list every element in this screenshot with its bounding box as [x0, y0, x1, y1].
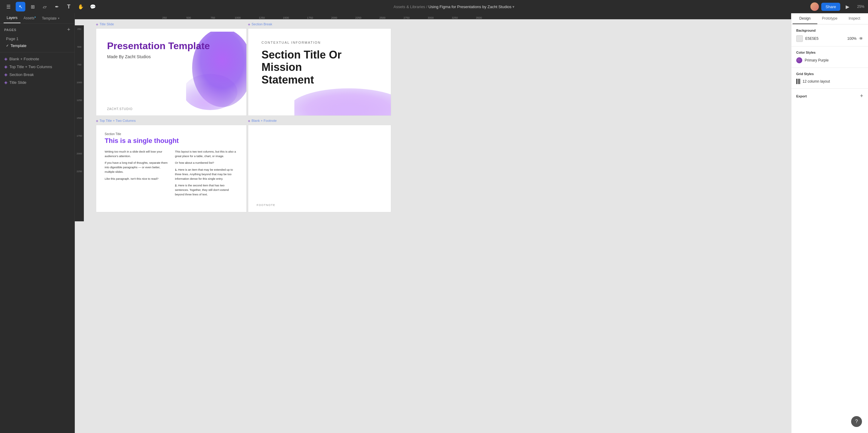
- grid-style-name: 12 column layout: [803, 79, 830, 84]
- tc-col1-p3: Like this paragraph. Isn't this nice to …: [105, 177, 168, 181]
- diamond-icon: ◈: [248, 23, 250, 26]
- frame-two-cols[interactable]: Section Title This is a single thought W…: [96, 125, 247, 212]
- shape-tool[interactable]: ▱: [40, 2, 50, 11]
- frame-label-title-slide: ◈ Title Slide: [96, 22, 114, 26]
- canvas-area[interactable]: 250 500 750 1000 1250 1500 1750 2000 225…: [75, 13, 791, 433]
- layer-blank-footnote[interactable]: ◈ Blank + Footnote: [0, 55, 74, 63]
- grid-styles-title: Grid Styles: [796, 72, 863, 76]
- menu-button[interactable]: ☰: [4, 2, 13, 11]
- layer-label: Top Title + Two Columns: [9, 64, 52, 69]
- tc-col2-item1: 1. Here is an item that may be extended …: [175, 168, 238, 181]
- frame-wrapper-title-slide: ◈ Title Slide Presentation Template Made…: [96, 28, 247, 116]
- toolbar-dropdown-icon[interactable]: ▾: [513, 4, 515, 9]
- frame-tool[interactable]: ⊞: [28, 2, 37, 11]
- title-slide-subtitle: Made By Zacht Studios: [107, 54, 236, 59]
- chevron-down-icon: ▾: [58, 17, 59, 20]
- frame-label-blank: ◈ Blank + Footnote: [248, 119, 277, 122]
- color-styles-section: Color Styles Primary Purple: [792, 47, 868, 68]
- main-layout: Layers Assets● Template ▾ Pages + Page 1…: [0, 13, 868, 433]
- tc-title: This is a single thought: [105, 137, 238, 145]
- frame-title-slide[interactable]: Presentation Template Made By Zacht Stud…: [96, 28, 247, 116]
- diamond-icon: ◈: [248, 119, 250, 122]
- tc-col1-p1: Writing too much in a slide deck will lo…: [105, 150, 168, 158]
- background-section: Background E5E5E5 100% 👁: [792, 24, 868, 47]
- layers-section: ◈ Blank + Footnote ◈ Top Title + Two Col…: [0, 52, 74, 89]
- tab-template[interactable]: Template ▾: [39, 13, 62, 23]
- layer-title-slide[interactable]: ◈ Title Slide: [0, 79, 74, 86]
- layer-top-title-two-cols[interactable]: ◈ Top Title + Two Columns: [0, 63, 74, 70]
- tc-item1-text: Here is an item that may be extended up …: [175, 168, 233, 180]
- page-item-template[interactable]: ✓ Template: [4, 42, 70, 49]
- tc-columns: Writing too much in a slide deck will lo…: [105, 150, 238, 199]
- tab-design[interactable]: Design: [793, 13, 817, 24]
- tc-item2-num: 2.: [175, 184, 177, 187]
- section-break-title: Section Title Or Mission Statement: [261, 49, 378, 86]
- layer-label: Title Slide: [9, 80, 27, 85]
- add-page-button[interactable]: +: [67, 27, 70, 33]
- tab-prototype[interactable]: Prototype: [817, 13, 842, 24]
- toolbar-path: Assets & Libraries: [394, 4, 425, 9]
- ruler-horizontal: 250 500 750 1000 1250 1500 1750 2000 225…: [75, 13, 791, 19]
- grid-style-icon: [796, 79, 800, 84]
- title-slide-main-title: Presentation Template: [107, 41, 236, 51]
- layer-section-break[interactable]: ◈ Section Break: [0, 70, 74, 79]
- title-slide-footer: ZACHT.STUDIO: [107, 107, 133, 111]
- pages-section: Pages + Page 1 ✓ Template: [0, 24, 74, 52]
- tc-col2-p2: Or how about a numbered list?: [175, 161, 238, 165]
- toolbar: ☰ ↖ ⊞ ▱ ✒ T ✋ 💬 Assets & Libraries / Usi…: [0, 0, 868, 13]
- present-button[interactable]: ▶: [843, 2, 852, 11]
- section-break-contextual: CONTEXTUAL INFORMATION: [261, 41, 378, 44]
- layer-label: Section Break: [9, 72, 34, 77]
- tab-assets[interactable]: Assets●: [21, 13, 39, 23]
- sidebar-tabs: Layers Assets● Template ▾: [0, 13, 74, 24]
- background-hex[interactable]: E5E5E5: [805, 36, 845, 41]
- frame-wrapper-blank: ◈ Blank + Footnote FOOTNOTE: [248, 125, 391, 212]
- right-tabs: Design Prototype Inspect: [792, 13, 868, 24]
- help-button[interactable]: ?: [851, 416, 862, 427]
- grid-style-12col: 12 column layout: [796, 79, 863, 84]
- export-add-button[interactable]: +: [860, 93, 863, 99]
- page-label-template: Template: [10, 43, 27, 48]
- comment-tool[interactable]: 💬: [88, 2, 98, 11]
- tc-item2-text: Here is the second item that has two sen…: [175, 184, 229, 196]
- frame-section-break[interactable]: CONTEXTUAL INFORMATION Section Title Or …: [248, 28, 391, 116]
- frame-blank-footnote[interactable]: FOOTNOTE: [248, 125, 391, 212]
- pages-header: Pages +: [4, 27, 70, 33]
- diamond-icon: ◈: [96, 119, 98, 122]
- background-opacity[interactable]: 100%: [847, 36, 857, 41]
- avatar: [810, 2, 819, 11]
- visibility-icon[interactable]: 👁: [859, 36, 863, 41]
- background-color-swatch[interactable]: [796, 35, 803, 42]
- page-item-page1[interactable]: Page 1: [4, 35, 70, 42]
- text-tool[interactable]: T: [64, 2, 73, 11]
- page-label-page1: Page 1: [6, 36, 19, 41]
- tc-col-2: This layout is two text columns, but thi…: [175, 150, 238, 199]
- layer-label: Blank + Footnote: [9, 57, 39, 61]
- component-icon: ◈: [4, 64, 7, 69]
- toolbar-main-title: Using Figma for Presentations by Zacht S…: [428, 4, 511, 9]
- export-title: Export: [796, 94, 807, 98]
- hand-tool[interactable]: ✋: [76, 2, 86, 11]
- frame-label-two-cols: ◈ Top Title + Two Columns: [96, 119, 136, 122]
- section-break-content: CONTEXTUAL INFORMATION Section Title Or …: [248, 29, 391, 98]
- color-style-name: Primary Purple: [805, 58, 829, 62]
- zoom-label[interactable]: 25%: [857, 4, 864, 9]
- component-icon: ◈: [4, 80, 7, 85]
- export-section: Export +: [792, 89, 868, 103]
- check-icon: ✓: [6, 44, 9, 48]
- tab-inspect[interactable]: Inspect: [842, 13, 867, 24]
- tc-col1-p2: If you have a long trail of thoughts, se…: [105, 161, 168, 174]
- left-sidebar: Layers Assets● Template ▾ Pages + Page 1…: [0, 13, 75, 433]
- color-style-primary-purple: Primary Purple: [796, 57, 863, 63]
- pen-tool[interactable]: ✒: [52, 2, 62, 11]
- toolbar-right: Share ▶ 25%: [810, 2, 864, 11]
- tab-layers[interactable]: Layers: [4, 13, 21, 23]
- share-button[interactable]: Share: [821, 3, 840, 11]
- frames-row-2: ◈ Top Title + Two Columns Section Title …: [96, 125, 782, 212]
- tc-item1-num: 1.: [175, 168, 177, 171]
- component-icon: ◈: [4, 56, 7, 61]
- select-tool[interactable]: ↖: [16, 2, 25, 11]
- frames-row-1: ◈ Title Slide Presentation Template Made…: [96, 28, 782, 116]
- title-slide-content: Presentation Template Made By Zacht Stud…: [96, 29, 246, 71]
- grid-styles-section: Grid Styles 12 column layout: [792, 68, 868, 89]
